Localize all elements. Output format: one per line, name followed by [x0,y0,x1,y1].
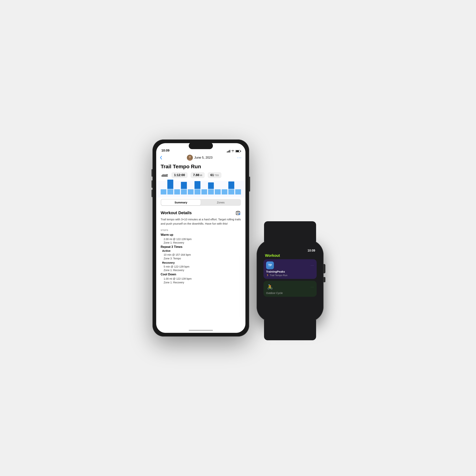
watch-card-cycle[interactable]: 🚴 ··· Outdoor Cycle [263,281,317,297]
battery-icon [235,150,240,153]
watch-band-bottom [264,320,316,340]
step-recovery-title: Recovery [161,261,241,264]
watch-title-row: Workout [261,253,319,259]
watch-band-top [264,221,316,242]
shoe-icon [161,172,169,178]
nav-bar: June 5, 2023 ··· [156,154,245,162]
more-button[interactable]: ··· [237,156,242,160]
watch-tp-app-name: TrainingPeaks [266,270,314,273]
watch-card-trainingpeaks[interactable]: TP ··· TrainingPeaks 🏃 Trail Tempo Run [263,259,317,279]
nav-date: June 5, 2023 [194,156,213,160]
step-cooldown-title: Cool Down [161,273,241,276]
signal-icon [227,150,230,153]
distance-badge: 7.88 Mi [191,172,205,178]
step-cooldown-detail: 1.00 mi @ 122-139 bpm [161,277,241,281]
distance-unit: Mi [200,174,202,177]
tss-label: TSS [214,174,219,177]
apple-watch-device: 10:09 Workout TP ··· TrainingPeaks 🏃 Tra… [256,240,323,322]
duration-value: 1:12:00 [174,173,185,177]
watch-card-list: TP ··· TrainingPeaks 🏃 Trail Tempo Run 🚴 [261,259,319,315]
wifi-icon [231,150,234,152]
step-repeat: Repeat 3 Times Active 10 min @ 157-164 b… [161,245,241,272]
step-warmup-zone: Zone 1: Recovery [161,241,241,244]
watch-cycle-more-dots[interactable]: ··· [311,285,314,289]
watch-time: 10:09 [307,249,315,252]
home-bar [189,330,213,331]
watch-card-cycle-top: 🚴 ··· [266,283,314,291]
content-area: Workout Details Trail tempo with 3×10 mi… [156,207,245,328]
iphone-screen: 10:09 [156,143,245,333]
back-button[interactable] [160,156,162,160]
status-time: 10:09 [161,149,170,153]
avatar [187,155,193,161]
clipboard-icon[interactable] [235,210,241,216]
distance-value: 7.88 [193,173,199,177]
details-header-row: Workout Details [161,210,241,216]
svg-point-1 [189,156,191,158]
workout-stats: 1:12:00 7.88 Mi 61 TSS [161,172,241,178]
step-warmup: Warm up 2.00 mi @ 122-139 bpm Zone 1: Re… [161,233,241,244]
step-recovery: Recovery 5 min @ 122-139 bpm Zone 1: Rec… [161,261,241,272]
workout-description: Trail tempo with 3×10 minutes at a hard … [161,217,241,226]
svg-rect-6 [237,211,239,212]
watch-crown [323,264,325,273]
step-recovery-detail: 5 min @ 122-139 bpm [161,265,241,269]
workout-header: Trail Tempo Run 1:12:00 [156,162,245,181]
iphone-device: 10:09 [153,139,249,337]
step-cooldown-zone: Zone 1: Recovery [161,281,241,284]
step-repeat-title: Repeat 3 Times [161,245,241,249]
run-icon: 🏃 [266,274,269,277]
details-title: Workout Details [161,210,192,215]
nav-center: June 5, 2023 [187,155,213,161]
tab-selector: Summary Zones [161,199,241,206]
dynamic-island [189,142,213,149]
watch-button [323,277,325,282]
watch-status-bar: 10:09 [261,246,319,253]
tss-value: 61 [210,173,214,177]
status-icons [227,150,240,153]
tss-badge: 61 TSS [208,172,221,178]
svg-rect-4 [164,174,164,175]
step-warmup-detail-1: 2.00 mi @ 122-139 bpm [161,237,241,241]
duration-badge: 1:12:00 [171,172,187,178]
workout-title: Trail Tempo Run [161,164,241,170]
step-active: Active 10 min @ 157-164 bpm Zone 3: Temp… [161,249,241,260]
tab-summary[interactable]: Summary [161,200,201,205]
cycle-icon: 🚴 [266,283,274,291]
watch-cycle-name: Outdoor Cycle [266,291,314,294]
step-active-title: Active [161,249,241,252]
svg-rect-3 [163,174,163,175]
watch-card-tp-top: TP ··· [266,261,314,269]
step-active-zone: Zone 3: Tempo [161,257,241,260]
home-indicator [156,328,245,333]
step-cooldown: Cool Down 1.00 mi @ 122-139 bpm Zone 1: … [161,273,241,284]
watch-screen: 10:09 Workout TP ··· TrainingPeaks 🏃 Tra… [261,246,319,315]
step-recovery-zone: Zone 1: Recovery [161,269,241,272]
watch-tp-more-dots[interactable]: ··· [311,264,314,267]
scene: 10:09 [153,139,323,337]
step-warmup-title: Warm up [161,233,241,237]
steps-label: STEPS [161,229,241,231]
workout-chart [156,181,245,197]
tab-zones[interactable]: Zones [201,200,240,205]
chart-bars [161,182,241,194]
step-active-detail: 10 min @ 157-164 bpm [161,253,241,257]
watch-tp-workout-name: 🏃 Trail Tempo Run [266,274,314,277]
tp-logo: TP [266,261,274,269]
watch-title: Workout [265,254,280,257]
watch-tp-workout-label: Trail Tempo Run [270,274,288,277]
tab-bar: Summary Zones [161,197,241,207]
